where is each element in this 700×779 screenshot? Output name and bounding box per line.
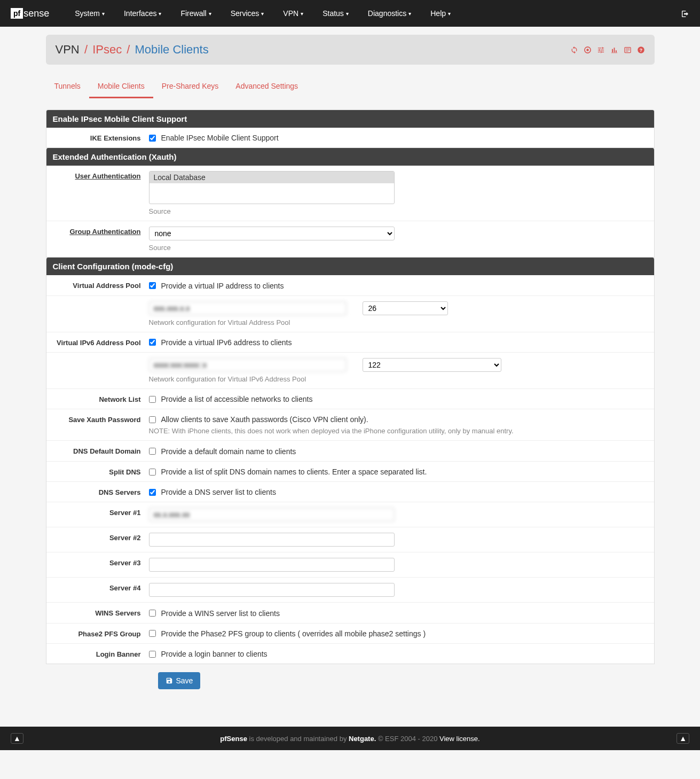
- top-navbar: pfsense System▾ Interfaces▾ Firewall▾ Se…: [0, 0, 700, 27]
- user-auth-label: User Authentication: [53, 171, 149, 180]
- nav-items: System▾ Interfaces▾ Firewall▾ Services▾ …: [65, 9, 681, 18]
- dns-domain-text: Provide a default domain name to clients: [161, 447, 296, 456]
- scroll-top-right-icon[interactable]: ▲: [677, 733, 689, 744]
- tab-mobile-clients[interactable]: Mobile Clients: [89, 75, 153, 98]
- netlist-label: Network List: [53, 394, 149, 403]
- dns-servers-label: DNS Servers: [53, 487, 149, 496]
- server1-label: Server #1: [53, 508, 149, 517]
- netlist-text: Provide a list of accessible networks to…: [161, 395, 312, 403]
- logo-prefix: pf: [11, 8, 23, 19]
- sliders-icon[interactable]: [597, 45, 605, 54]
- wins-label: WINS Servers: [53, 608, 149, 617]
- server3-label: Server #3: [53, 558, 149, 567]
- server4-label: Server #4: [53, 583, 149, 592]
- chevron-down-icon: ▾: [301, 11, 303, 17]
- scroll-top-left-icon[interactable]: ▲: [11, 733, 23, 744]
- panel-enable: Enable IPsec Mobile Client Support IKE E…: [46, 110, 655, 148]
- save-button[interactable]: Save: [158, 672, 201, 689]
- panel-client-heading: Client Configuration (mode-cfg): [46, 258, 654, 275]
- chart-icon[interactable]: [610, 45, 618, 54]
- group-auth-help: Source: [149, 244, 648, 252]
- pfs-text: Provide the Phase2 PFS group to clients …: [161, 629, 426, 638]
- footer-license-link[interactable]: View license.: [439, 735, 480, 743]
- split-dns-label: Split DNS: [53, 467, 149, 476]
- breadcrumb: VPN / IPsec / Mobile Clients: [56, 43, 209, 57]
- wins-text: Provide a WINS server list to clients: [161, 609, 280, 618]
- save-icon: [166, 677, 173, 684]
- panel-xauth-heading: Extended Authentication (Xauth): [46, 148, 654, 166]
- logout-icon[interactable]: [681, 9, 689, 18]
- dns-servers-checkbox[interactable]: [149, 489, 156, 496]
- nav-diagnostics[interactable]: Diagnostics▾: [358, 9, 421, 18]
- server4-input[interactable]: [149, 583, 395, 597]
- help-icon[interactable]: ?: [637, 45, 645, 54]
- xauth-save-note: NOTE: With iPhone clients, this does not…: [149, 427, 648, 435]
- ike-extensions-text: Enable IPsec Mobile Client Support: [161, 134, 278, 142]
- footer-pfsense: pfSense: [220, 735, 247, 743]
- chevron-down-icon: ▾: [346, 11, 349, 17]
- chevron-down-icon: ▾: [448, 11, 451, 17]
- banner-checkbox[interactable]: [149, 651, 156, 658]
- tab-preshared-keys[interactable]: Pre-Shared Keys: [153, 75, 227, 98]
- server1-input[interactable]: [149, 508, 395, 521]
- panel-client-config: Client Configuration (mode-cfg) Virtual …: [46, 258, 655, 664]
- nav-help[interactable]: Help▾: [421, 9, 460, 18]
- svg-point-1: [586, 49, 588, 51]
- vap-checkbox[interactable]: [149, 282, 156, 289]
- log-icon[interactable]: [624, 45, 632, 54]
- chevron-down-icon: ▾: [261, 11, 264, 17]
- xauth-save-checkbox[interactable]: [149, 416, 156, 423]
- tab-advanced[interactable]: Advanced Settings: [227, 75, 306, 98]
- nav-firewall[interactable]: Firewall▾: [171, 9, 221, 18]
- dns-domain-label: DNS Default Domain: [53, 446, 149, 455]
- banner-text: Provide a login banner to clients: [161, 650, 267, 658]
- ike-extensions-label: IKE Extensions: [53, 133, 149, 142]
- vap6-mask-select[interactable]: 122: [363, 358, 501, 372]
- ike-extensions-checkbox[interactable]: [149, 135, 156, 142]
- banner-label: Login Banner: [53, 649, 149, 658]
- xauth-save-label: Save Xauth Password: [53, 415, 149, 424]
- footer-netgate: Netgate.: [349, 735, 376, 743]
- server2-label: Server #2: [53, 533, 149, 542]
- tab-tunnels[interactable]: Tunnels: [46, 75, 89, 98]
- group-auth-select[interactable]: none: [149, 227, 395, 240]
- wins-checkbox[interactable]: [149, 610, 156, 617]
- vap-label: Virtual Address Pool: [53, 281, 149, 290]
- vap6-checkbox[interactable]: [149, 339, 156, 346]
- breadcrumb-root: VPN: [56, 43, 80, 56]
- nav-vpn[interactable]: VPN▾: [273, 9, 313, 18]
- vap6-network-input[interactable]: [149, 358, 347, 372]
- vap6-text: Provide a virtual IPv6 address to client…: [161, 338, 292, 347]
- server3-input[interactable]: [149, 558, 395, 572]
- panel-enable-heading: Enable IPsec Mobile Client Support: [46, 110, 654, 128]
- svg-text:?: ?: [639, 48, 642, 53]
- nav-services[interactable]: Services▾: [221, 9, 274, 18]
- split-dns-checkbox[interactable]: [149, 469, 156, 476]
- refresh-icon[interactable]: [570, 45, 578, 54]
- vap-help: Network configuration for Virtual Addres…: [149, 318, 648, 326]
- vap-network-input[interactable]: [149, 301, 347, 315]
- netlist-checkbox[interactable]: [149, 396, 156, 403]
- footer: ▲ pfSense is developed and maintained by…: [0, 727, 700, 750]
- stop-icon[interactable]: [584, 45, 592, 54]
- user-auth-help: Source: [149, 207, 648, 215]
- vap6-help: Network configuration for Virtual IPv6 A…: [149, 375, 648, 383]
- nav-system[interactable]: System▾: [65, 9, 114, 18]
- pfs-checkbox[interactable]: [149, 630, 156, 637]
- nav-interfaces[interactable]: Interfaces▾: [114, 9, 171, 18]
- page-header: VPN / IPsec / Mobile Clients ?: [46, 35, 655, 65]
- user-auth-option[interactable]: Local Database: [150, 172, 394, 183]
- breadcrumb-ipsec[interactable]: IPsec: [92, 43, 122, 56]
- xauth-save-text: Allow clients to save Xauth passwords (C…: [161, 415, 368, 424]
- logo[interactable]: pfsense: [11, 8, 49, 19]
- breadcrumb-current[interactable]: Mobile Clients: [135, 43, 209, 56]
- panel-xauth: Extended Authentication (Xauth) User Aut…: [46, 148, 655, 258]
- pfs-label: Phase2 PFS Group: [53, 629, 149, 638]
- user-auth-select[interactable]: Local Database: [149, 171, 395, 204]
- chevron-down-icon: ▾: [408, 11, 411, 17]
- dns-domain-checkbox[interactable]: [149, 448, 156, 455]
- nav-status[interactable]: Status▾: [313, 9, 358, 18]
- server2-input[interactable]: [149, 533, 395, 547]
- vap-mask-select[interactable]: 26: [363, 301, 448, 315]
- split-dns-text: Provide a list of split DNS domain names…: [161, 468, 427, 476]
